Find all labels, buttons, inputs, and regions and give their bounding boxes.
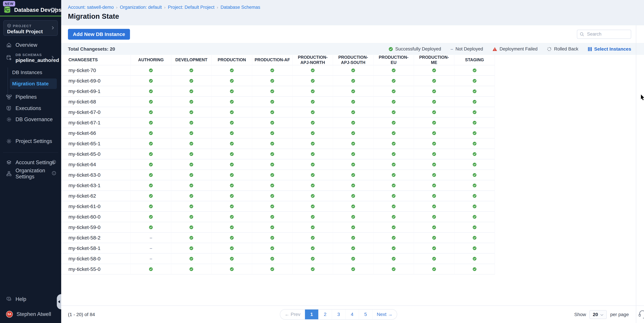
sidebar-item-organization-settings[interactable]: Organization Settings [0, 169, 61, 179]
column-header-production-eu: PRODUCTION-EU [373, 55, 414, 65]
status-cell-deployed [333, 191, 373, 201]
sidebar-item-executions[interactable]: Executions [0, 103, 61, 113]
changeset-name: my-ticket-65-0 [61, 149, 131, 159]
status-cell-deployed [454, 222, 495, 232]
changeset-name: my-ticket-63-0 [61, 170, 131, 180]
status-cell-deployed [414, 191, 454, 201]
page-button-2[interactable]: 2 [318, 309, 332, 319]
status-cell-deployed [292, 201, 333, 211]
sidebar-item-account-settings[interactable]: Account Settings [0, 157, 61, 168]
status-cell-deployed [292, 86, 333, 96]
sidebar-item-db-instances[interactable]: DB Instances [10, 67, 57, 78]
next-page-button[interactable]: Next → [372, 309, 397, 319]
table-row: my-ticket-67-0 [61, 107, 495, 118]
status-deployed-icon [472, 173, 476, 177]
status-cell-deployed [171, 107, 212, 117]
status-deployed-icon [149, 225, 153, 229]
page-size-select[interactable]: 20 [590, 310, 607, 319]
status-deployed-icon [311, 194, 315, 198]
support-headset-icon[interactable] [638, 309, 644, 319]
migration-state-table: CHANGESETSAUTHORINGDEVELOPMENTPRODUCTION… [61, 55, 495, 274]
chevron-right-icon [50, 26, 55, 31]
sidebar: NEW Database DevOps [0, 0, 61, 323]
sidebar-item-migration-state[interactable]: Migration State [10, 79, 57, 89]
status-cell-deployed [454, 86, 495, 96]
status-cell-deployed [454, 212, 495, 222]
status-deployed-icon [392, 225, 396, 229]
status-deployed-icon [472, 163, 476, 167]
status-deployed-icon [189, 183, 193, 187]
search-input[interactable] [577, 30, 631, 39]
changeset-name: my-ticket-65-1 [61, 139, 131, 149]
status-cell-deployed [414, 254, 454, 264]
status-deployed-icon [392, 110, 396, 114]
page-button-3[interactable]: 3 [332, 309, 345, 319]
status-cell-deployed [333, 97, 373, 107]
select-instances-button[interactable]: Select Instances [588, 46, 631, 52]
status-cell-deployed [333, 254, 373, 264]
status-deployed-icon [351, 110, 355, 114]
page-button-1[interactable]: 1 [305, 309, 318, 319]
status-cell-deployed [252, 128, 292, 138]
status-deployed-icon [189, 121, 193, 125]
sidebar-item-project-settings[interactable]: Project Settings [0, 136, 61, 146]
status-cell-deployed [171, 222, 212, 232]
status-deployed-icon [189, 100, 193, 104]
status-deployed-icon [189, 194, 193, 198]
sidebar-collapse-handle[interactable] [57, 294, 61, 309]
governance-gear-icon [6, 117, 12, 122]
status-cell-deployed [373, 76, 414, 86]
status-deployed-icon [149, 173, 153, 177]
breadcrumb-database-schemas[interactable]: Database Schemas [220, 5, 260, 10]
project-selector[interactable]: PROJECT Default Project [3, 20, 58, 36]
status-cell-deployed [414, 233, 454, 243]
status-deployed-icon [351, 173, 355, 177]
user-menu[interactable]: SA Stephen Atwell [0, 309, 61, 319]
sidebar-item-pipelines[interactable]: Pipelines [0, 92, 61, 102]
status-deployed-icon [270, 225, 274, 229]
status-cell-deployed [212, 118, 252, 128]
status-deployed-icon [392, 131, 396, 135]
status-deployed-icon [189, 215, 193, 219]
status-deployed-icon [351, 204, 355, 208]
status-cell-not-deployed: – [131, 243, 171, 253]
status-deployed-icon [351, 152, 355, 156]
status-deployed-icon [311, 204, 315, 208]
status-cell-deployed [131, 159, 171, 169]
status-deployed-icon [432, 183, 436, 187]
breadcrumb-project[interactable]: Project: Default Project [168, 5, 214, 10]
page-button-5[interactable]: 5 [359, 309, 372, 319]
status-deployed-icon [149, 110, 153, 114]
status-cell-deployed [131, 65, 171, 75]
info-icon [52, 171, 56, 177]
page-button-4[interactable]: 4 [345, 309, 359, 319]
sidebar-item-db-schemas[interactable]: DB SCHEMAS pipeline_authored [0, 51, 61, 65]
add-new-db-instance-button[interactable]: Add New DB Instance [68, 29, 130, 40]
status-deployed-icon [472, 236, 476, 240]
column-header-production-me: PRODUCTION-ME [414, 55, 454, 65]
status-cell-deployed [454, 264, 495, 274]
status-cell-deployed [373, 170, 414, 180]
status-cell-deployed [333, 212, 373, 222]
table-row: my-ticket-60-0 [61, 212, 495, 222]
sidebar-item-db-governance[interactable]: DB Governance [0, 114, 61, 125]
status-cell-deployed [414, 86, 454, 96]
prev-page-button[interactable]: ← Prev [280, 309, 305, 319]
table-body: my-ticket-70my-ticket-69-0my-ticket-69-1… [61, 65, 495, 274]
breadcrumb-account[interactable]: Account: satwell-demo [68, 5, 114, 10]
sidebar-item-overview[interactable]: Overview [0, 40, 61, 50]
status-deployed-icon [311, 246, 315, 250]
sidebar-item-help[interactable]: ? Help [0, 294, 61, 304]
pagination-range: (1 - 20) of 84 [68, 312, 95, 317]
changeset-name: my-ticket-64 [61, 159, 131, 169]
project-name: Default Project [7, 29, 43, 35]
status-cell-deployed [333, 222, 373, 232]
status-cell-deployed [171, 118, 212, 128]
breadcrumb-organization[interactable]: Organization: default [120, 5, 162, 10]
status-deployed-icon [270, 215, 274, 219]
status-cell-deployed [333, 170, 373, 180]
apps-grid-icon[interactable] [51, 8, 56, 14]
status-deployed-icon [270, 257, 274, 261]
status-cell-deployed [212, 264, 252, 274]
status-cell-deployed [252, 191, 292, 201]
